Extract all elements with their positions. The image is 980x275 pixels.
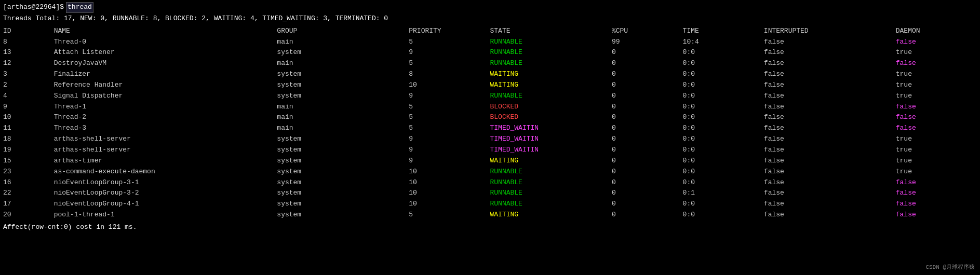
prompt-line: [arthas@22964] $ thread bbox=[3, 2, 977, 13]
table-row: 4Signal Dispatchersystem9RUNNABLE00:0fal… bbox=[3, 91, 977, 102]
table-row: 10Thread-2main5BLOCKED00:0falsefalse bbox=[3, 112, 977, 123]
header-name: NAME bbox=[54, 26, 277, 37]
command-input[interactable]: thread bbox=[66, 2, 93, 13]
affect-line: Affect(row-cnt:0) cost in 121 ms. bbox=[3, 223, 977, 232]
table-row: 12DestroyJavaVMmain5RUNNABLE00:0falsefal… bbox=[3, 58, 977, 69]
table-row: 15arthas-timersystem9WAITING00:0falsetru… bbox=[3, 156, 977, 167]
table-row: 18arthas-shell-serversystem9TIMED_WAITIN… bbox=[3, 134, 977, 145]
table-row: 13Attach Listenersystem9RUNNABLE00:0fals… bbox=[3, 47, 977, 58]
thread-table: ID NAME GROUP PRIORITY STATE %CPU TIME I… bbox=[3, 26, 977, 221]
table-row: 22nioEventLoopGroup-3-2system10RUNNABLE0… bbox=[3, 188, 977, 199]
prompt-user-host: [arthas@22964] bbox=[3, 3, 60, 12]
table-row: 16nioEventLoopGroup-3-1system10RUNNABLE0… bbox=[3, 177, 977, 188]
header-id: ID bbox=[3, 26, 54, 37]
summary-line: Threads Total: 17, NEW: 0, RUNNABLE: 8, … bbox=[3, 14, 977, 24]
table-row: 17nioEventLoopGroup-4-1system10RUNNABLE0… bbox=[3, 199, 977, 210]
header-daemon: DAEMON bbox=[896, 26, 977, 37]
prompt-dollar: $ bbox=[60, 3, 64, 12]
header-cpu: %CPU bbox=[612, 26, 683, 37]
header-time: TIME bbox=[683, 26, 764, 37]
header-interrupted: INTERRUPTED bbox=[764, 26, 896, 37]
table-row: 23as-command-execute-daemonsystem10RUNNA… bbox=[3, 167, 977, 177]
table-row: 19arthas-shell-serversystem9TIMED_WAITIN… bbox=[3, 145, 977, 156]
table-row: 9Thread-1main5BLOCKED00:0falsefalse bbox=[3, 102, 977, 113]
table-row: 2Reference Handlersystem10WAITING00:0fal… bbox=[3, 80, 977, 91]
header-state: STATE bbox=[490, 26, 612, 37]
header-group: GROUP bbox=[277, 26, 409, 37]
table-row: 8Thread-0main5RUNNABLE9910:4falsefalse bbox=[3, 37, 977, 48]
watermark: CSDN @月球程序猿 bbox=[925, 264, 975, 272]
table-header-row: ID NAME GROUP PRIORITY STATE %CPU TIME I… bbox=[3, 26, 977, 37]
table-row: 20pool-1-thread-1system5WAITING00:0false… bbox=[3, 210, 977, 221]
header-priority: PRIORITY bbox=[409, 26, 490, 37]
table-row: 11Thread-3main5TIMED_WAITIN00:0falsefals… bbox=[3, 123, 977, 134]
table-row: 3Finalizersystem8WAITING00:0falsetrue bbox=[3, 69, 977, 80]
